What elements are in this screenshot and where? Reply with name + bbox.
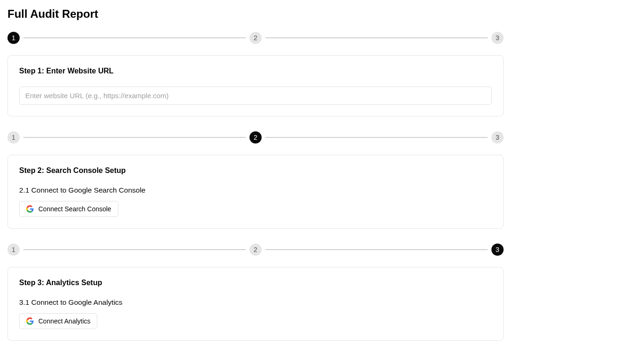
stepper-2-step-3: 3 [491, 131, 504, 144]
stepper-1-step-3: 3 [491, 32, 504, 44]
step-2-sub-label: 2.1 Connect to Google Search Console [19, 186, 492, 194]
connect-search-console-button[interactable]: Connect Search Console [19, 201, 118, 217]
step-1-card: Step 1: Enter Website URL [7, 55, 504, 116]
step-2-title: Step 2: Search Console Setup [19, 166, 492, 175]
stepper-2-step-2: 2 [249, 131, 262, 144]
step-3-card: Step 3: Analytics Setup 3.1 Connect to G… [7, 267, 504, 341]
website-url-input[interactable] [19, 86, 492, 105]
stepper-1-step-2: 2 [249, 32, 262, 44]
stepper-bar-1: 1 2 3 [7, 32, 504, 44]
step-3-sub-label: 3.1 Connect to Google Analytics [19, 298, 492, 307]
stepper-bar-3: 1 2 3 [7, 244, 504, 256]
google-icon [26, 317, 34, 325]
stepper-bar-2: 1 2 3 [7, 131, 504, 144]
stepper-connector [23, 137, 246, 138]
connect-search-console-label: Connect Search Console [38, 205, 111, 213]
stepper-3-step-2: 2 [249, 244, 262, 256]
step-1-title: Step 1: Enter Website URL [19, 67, 492, 75]
connect-analytics-button[interactable]: Connect Analytics [19, 313, 97, 329]
stepper-3-step-1: 1 [7, 244, 20, 256]
step-3-title: Step 3: Analytics Setup [19, 279, 492, 287]
stepper-3-step-3: 3 [491, 244, 504, 256]
stepper-connector [23, 249, 246, 250]
stepper-2-step-1: 1 [7, 131, 20, 144]
stepper-connector [265, 37, 488, 38]
stepper-1-step-1: 1 [7, 32, 20, 44]
page-title: Full Audit Report [7, 7, 504, 21]
step-2-card: Step 2: Search Console Setup 2.1 Connect… [7, 155, 504, 229]
stepper-connector [265, 249, 488, 250]
stepper-connector [23, 37, 246, 38]
connect-analytics-label: Connect Analytics [38, 317, 90, 325]
google-icon [26, 205, 34, 213]
stepper-connector [265, 137, 488, 138]
